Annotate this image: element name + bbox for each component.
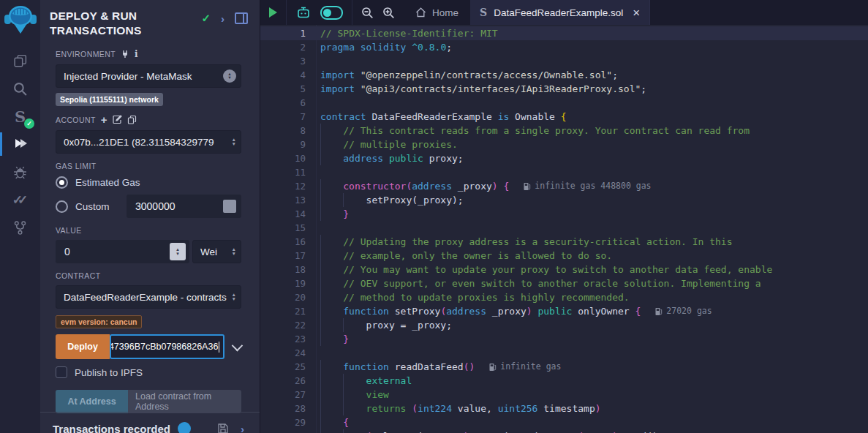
sidebar-item-solidity-compiler[interactable]: S ✓ <box>0 103 40 129</box>
account-select[interactable]: 0x07b...21DE1 (82.311584329779 ▲▼ <box>56 130 241 154</box>
line-number[interactable]: 22 <box>260 318 306 332</box>
code-line[interactable]: 9// multiple proxies. <box>260 138 868 151</box>
code-line[interactable]: 15 <box>260 221 868 235</box>
line-number[interactable]: 12 <box>260 179 306 193</box>
environment-select[interactable]: Injected Provider - MetaMask ▲▼ <box>56 64 241 88</box>
line-number[interactable]: 29 <box>260 415 306 429</box>
code-line[interactable]: 11 <box>260 165 868 179</box>
sidebar-item-deploy-run[interactable] <box>0 131 40 157</box>
ai-copilot-toggle[interactable] <box>320 6 343 20</box>
code-line[interactable]: 29{ <box>260 415 868 429</box>
tab-home[interactable]: Home <box>404 0 470 25</box>
value-input[interactable]: 0 ▲▼ <box>56 240 189 263</box>
code-line[interactable]: 23} <box>260 332 868 346</box>
add-account-icon[interactable]: + <box>101 114 107 125</box>
code-line[interactable]: 6 <box>260 96 868 110</box>
line-number[interactable]: 25 <box>260 360 306 374</box>
code-line[interactable]: 1// SPDX-License-Identifier: MIT <box>260 26 868 40</box>
line-number[interactable]: 2 <box>260 40 306 54</box>
transactions-recorded-section[interactable]: Transactions recorded › <box>40 412 260 433</box>
code-line[interactable]: 28returns (int224 value, uint256 timesta… <box>260 402 868 415</box>
estimated-gas-radio[interactable] <box>56 176 68 189</box>
line-number[interactable]: 6 <box>260 96 306 110</box>
line-number[interactable]: 24 <box>260 346 306 360</box>
value-unit-select[interactable]: Wei ▲▼ <box>192 240 241 263</box>
remix-logo-icon[interactable] <box>4 4 37 36</box>
line-number[interactable]: 13 <box>260 193 306 207</box>
line-number[interactable]: 8 <box>260 124 306 138</box>
code-line[interactable]: 27view <box>260 388 868 402</box>
at-address-button[interactable]: At Address <box>56 390 128 413</box>
line-number[interactable]: 10 <box>260 151 306 165</box>
sidebar-item-git[interactable] <box>0 214 40 241</box>
line-number[interactable]: 27 <box>260 388 306 402</box>
line-number[interactable]: 23 <box>260 332 306 346</box>
tab-datafeedreaderexample-sol[interactable]: S DataFeedReaderExample.sol × <box>470 0 650 25</box>
line-number[interactable]: 14 <box>260 207 306 221</box>
line-number[interactable]: 4 <box>260 68 306 82</box>
code-line[interactable]: 3 <box>260 54 868 68</box>
line-number[interactable]: 1 <box>260 26 306 40</box>
code-line[interactable]: 20// method to update proxies is highly … <box>260 290 868 304</box>
code-line[interactable]: 18// You may want to update your proxy t… <box>260 263 868 276</box>
line-number[interactable]: 28 <box>260 402 306 415</box>
expand-constructor-args-icon[interactable] <box>232 340 243 351</box>
code-line[interactable]: 14} <box>260 207 868 221</box>
at-address-input[interactable]: Load contract from Address <box>128 390 241 413</box>
value-stepper-icon[interactable]: ▲▼ <box>170 243 186 260</box>
environment-info-icon[interactable]: i <box>135 49 138 59</box>
code-line[interactable]: 21function setProxy(address _proxy) publ… <box>260 304 868 318</box>
sidebar-item-search[interactable] <box>0 75 40 102</box>
gas-edit-square-icon[interactable] <box>223 200 236 213</box>
code-line[interactable]: 25function readDataFeed()infinite gas <box>260 360 868 374</box>
close-tab-icon[interactable]: × <box>633 7 640 19</box>
code-area[interactable]: 1// SPDX-License-Identifier: MIT2pragma … <box>260 25 868 433</box>
code-line[interactable]: 10address public proxy; <box>260 151 868 165</box>
line-number[interactable]: 30 <box>260 429 306 433</box>
line-number[interactable]: 11 <box>260 165 306 179</box>
remix-ai-robot-icon[interactable] <box>295 6 312 20</box>
code-line[interactable]: 26external <box>260 374 868 388</box>
save-scenario-icon[interactable] <box>217 423 229 433</box>
zoom-out-icon[interactable] <box>361 7 374 19</box>
code-line[interactable]: 12constructor(address _proxy) {infinite … <box>260 179 868 193</box>
code-line[interactable]: 7contract DataFeedReaderExample is Ownab… <box>260 110 868 124</box>
publish-ipfs-checkbox[interactable] <box>56 366 67 378</box>
code-line[interactable]: 13setProxy(_proxy); <box>260 193 868 207</box>
panel-expand-chevron-icon[interactable]: › <box>221 13 224 24</box>
code-line[interactable]: 8// This contract reads from a single pr… <box>260 124 868 138</box>
code-line[interactable]: 24 <box>260 346 868 360</box>
custom-gas-radio[interactable] <box>56 200 68 213</box>
custom-gas-input[interactable]: 3000000 <box>127 195 241 218</box>
line-number[interactable]: 3 <box>260 54 306 68</box>
zoom-in-icon[interactable] <box>382 7 395 19</box>
code-line[interactable]: 30(value, timestamp) = IApi3ReaderProxy(… <box>260 429 868 433</box>
contract-select[interactable]: DataFeedReaderExample - contracts ▲▼ <box>56 285 241 309</box>
code-line[interactable]: 19// OEV support, or even switch to anot… <box>260 276 868 290</box>
code-line[interactable]: 2pragma solidity ^0.8.0; <box>260 40 868 54</box>
line-number[interactable]: 17 <box>260 249 306 263</box>
deploy-constructor-input[interactable]: 0947396B7cBb07986826A36 <box>110 334 224 359</box>
code-line[interactable]: 17// example, only the owner is allowed … <box>260 249 868 263</box>
pin-panel-icon[interactable] <box>235 12 248 24</box>
line-number[interactable]: 15 <box>260 221 306 235</box>
code-line[interactable]: 4import "@openzeppelin/contracts/access/… <box>260 68 868 82</box>
sidebar-item-file-explorer[interactable] <box>0 48 40 74</box>
transactions-expand-chevron-icon[interactable]: › <box>241 423 244 433</box>
line-number[interactable]: 21 <box>260 304 306 318</box>
line-number[interactable]: 5 <box>260 82 306 96</box>
line-number[interactable]: 16 <box>260 235 306 249</box>
sign-message-icon[interactable] <box>113 115 122 124</box>
code-line[interactable]: 22proxy = _proxy; <box>260 318 868 332</box>
copy-account-icon[interactable] <box>127 115 137 124</box>
run-script-icon[interactable] <box>269 7 277 18</box>
line-number[interactable]: 20 <box>260 290 306 304</box>
sidebar-item-solidity-analyzers[interactable]: ✓✓ <box>0 187 40 213</box>
line-number[interactable]: 26 <box>260 374 306 388</box>
sidebar-item-debugger[interactable] <box>0 159 40 185</box>
code-line[interactable]: 16// Updating the proxy address is a sec… <box>260 235 868 249</box>
line-number[interactable]: 19 <box>260 276 306 290</box>
line-number[interactable]: 7 <box>260 110 306 124</box>
line-number[interactable]: 18 <box>260 263 306 276</box>
plug-icon[interactable] <box>121 50 129 59</box>
